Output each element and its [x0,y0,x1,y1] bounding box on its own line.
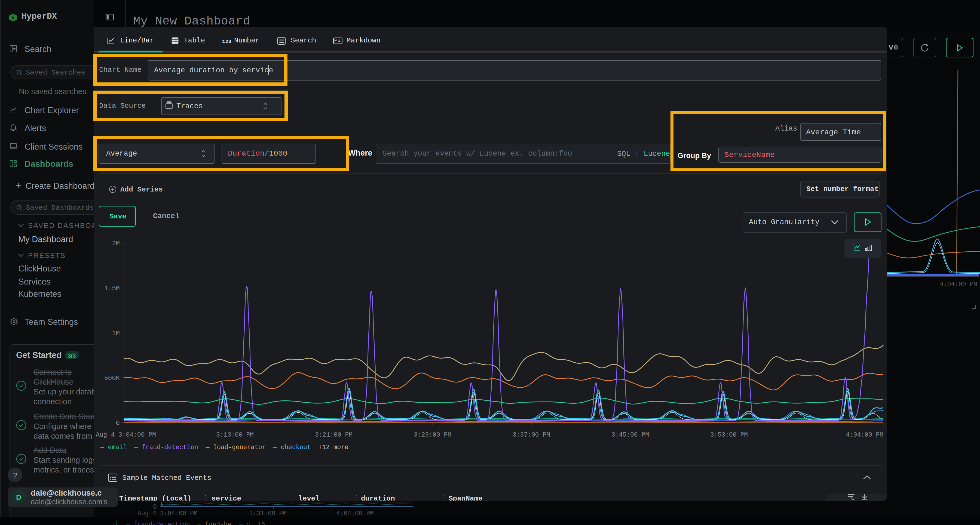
svg-text:Aug 4 3:04:00 PM: Aug 4 3:04:00 PM [96,431,156,438]
svg-text:1M: 1M [112,330,120,337]
svg-text:3:29:00 PM: 3:29:00 PM [414,431,451,438]
svg-text:2M: 2M [112,240,120,247]
svg-text:3:45:00 PM: 3:45:00 PM [611,431,649,438]
svg-text:3:13:00 PM: 3:13:00 PM [216,431,254,438]
svg-text:4:04:00 PM: 4:04:00 PM [336,510,374,517]
svg-text:3:37:00 PM: 3:37:00 PM [512,431,550,438]
svg-text:1.5M: 1.5M [104,285,120,292]
svg-text:Aug 4 3:04:00 PM: Aug 4 3:04:00 PM [137,510,197,517]
svg-text:0: 0 [116,419,120,427]
svg-text:3:31:00 PM: 3:31:00 PM [249,510,286,517]
svg-text:3:53:00 PM: 3:53:00 PM [710,431,748,438]
svg-text:4:04:00 PM: 4:04:00 PM [940,281,977,288]
svg-text:3:21:00 PM: 3:21:00 PM [315,431,353,438]
svg-text:4:04:00 PM: 4:04:00 PM [846,431,883,438]
svg-text:500K: 500K [104,374,120,382]
svg-text:0: 0 [153,503,157,511]
